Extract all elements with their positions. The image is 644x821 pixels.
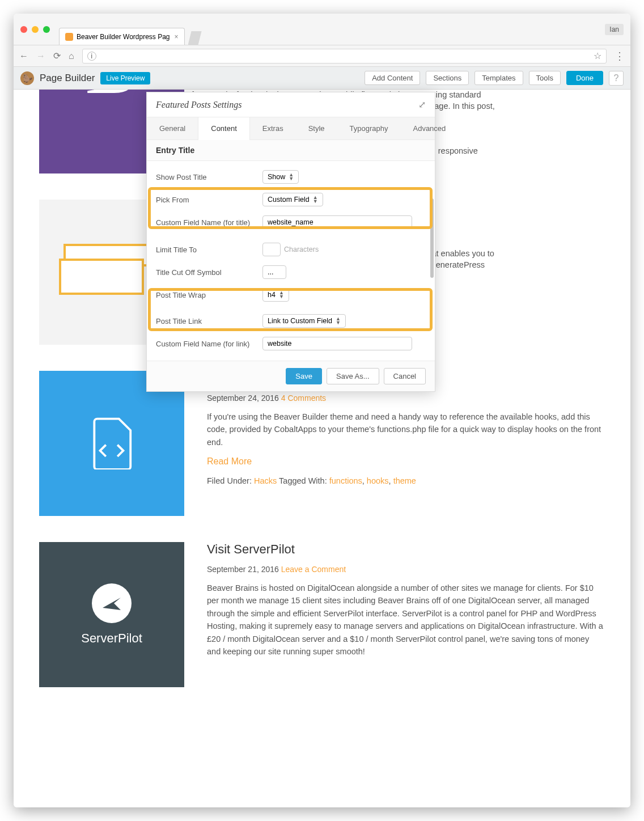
browser-window: Beaver Builder Wordpress Pag × Ian ← → ⟳… <box>14 14 630 807</box>
done-button[interactable]: Done <box>566 71 603 85</box>
serverpilot-logo-text: ServerPilot <box>81 631 142 646</box>
custom-field-link-input[interactable] <box>262 337 412 350</box>
limit-title-input[interactable] <box>262 243 281 256</box>
chevrons-icon: ▲▼ <box>289 173 294 181</box>
kebab-menu-icon[interactable]: ⋮ <box>615 50 625 62</box>
read-more-link[interactable]: Read More <box>207 456 252 466</box>
chevrons-icon: ▲▼ <box>313 196 318 204</box>
tag-link[interactable]: hooks <box>367 476 389 485</box>
help-icon[interactable]: ? <box>609 71 624 86</box>
post-meta: September 21, 2016 Leave a Comment <box>207 565 605 574</box>
profile-badge[interactable]: Ian <box>605 24 624 35</box>
setting-label: Custom Field Name (for link) <box>156 340 262 348</box>
window-close-icon[interactable] <box>20 26 27 33</box>
chrome-tab-strip: Beaver Builder Wordpress Pag × Ian <box>14 14 630 45</box>
traffic-lights <box>20 26 50 33</box>
cancel-button[interactable]: Cancel <box>384 368 426 384</box>
window-minimize-icon[interactable] <box>32 26 39 33</box>
tab-typography[interactable]: Typography <box>337 117 401 139</box>
home-icon[interactable]: ⌂ <box>69 51 74 61</box>
custom-field-title-input[interactable] <box>262 215 412 229</box>
setting-label: Post Title Link <box>156 317 262 325</box>
post-date: September 24, 2016 <box>207 393 279 403</box>
setting-label: Pick From <box>156 196 262 204</box>
chevrons-icon: ▲▼ <box>336 317 341 325</box>
post-meta: September 24, 2016 4 Comments <box>207 393 605 403</box>
hint-text: Characters <box>284 246 319 253</box>
sections-button[interactable]: Sections <box>426 71 469 85</box>
add-content-button[interactable]: Add Content <box>365 71 420 85</box>
site-info-icon[interactable]: i <box>87 52 96 61</box>
modal-tabs: General Content Extras Style Typography … <box>147 117 435 140</box>
app-toolbar: 🦫 Page Builder Live Preview Add Content … <box>14 67 630 90</box>
window-zoom-icon[interactable] <box>43 26 50 33</box>
reload-icon[interactable]: ⟳ <box>53 50 61 61</box>
post-thumbnail: ServerPilot <box>39 542 184 687</box>
app-title: Page Builder <box>40 73 95 84</box>
pick-from-select[interactable]: Custom Field▲▼ <box>262 193 323 206</box>
tag-link[interactable]: responsive <box>438 146 478 155</box>
templates-button[interactable]: Templates <box>474 71 523 85</box>
post-taxonomy: Filed Under: Hacks Tagged With: function… <box>207 475 605 487</box>
title-wrap-select[interactable]: h4▲▼ <box>262 288 289 302</box>
bookmark-star-icon[interactable]: ☆ <box>594 50 601 61</box>
setting-label: Title Cut Off Symbol <box>156 268 262 277</box>
new-tab-icon[interactable] <box>188 31 202 45</box>
serverpilot-logo-icon <box>92 583 132 623</box>
modal-header: Featured Posts Settings ⤢ <box>147 92 435 117</box>
category-link[interactable]: Hacks <box>254 476 277 485</box>
tab-general[interactable]: General <box>147 117 198 139</box>
post-date: September 21, 2016 <box>207 565 279 574</box>
tag-link[interactable]: functions <box>329 476 362 485</box>
section-heading: Entry Title <box>147 140 435 161</box>
comments-link[interactable]: 4 Comments <box>281 393 326 403</box>
modal-title: Featured Posts Settings <box>156 100 242 110</box>
post-excerpt: Beaver Brains is hosted on DigitalOcean … <box>207 582 605 658</box>
setting-label: Limit Title To <box>156 246 262 254</box>
setting-label: Custom Field Name (for title) <box>156 218 262 227</box>
scrollbar[interactable] <box>430 198 434 278</box>
tag-link[interactable]: theme <box>393 476 416 485</box>
address-bar[interactable]: i ☆ <box>82 49 607 64</box>
post-title[interactable]: Visit ServerPilot <box>207 542 605 557</box>
tools-button[interactable]: Tools <box>529 71 561 85</box>
tab-close-icon[interactable]: × <box>175 33 179 41</box>
favicon-icon <box>65 33 73 41</box>
forward-icon: → <box>36 51 45 61</box>
save-button[interactable]: Save <box>286 368 322 384</box>
chevrons-icon: ▲▼ <box>279 291 284 299</box>
tab-title: Beaver Builder Wordpress Pag <box>77 33 170 41</box>
setting-label: Show Post Title <box>156 173 262 181</box>
post-body: Visit ServerPilot September 21, 2016 Lea… <box>207 542 605 687</box>
setting-label: Post Title Wrap <box>156 291 262 299</box>
post-thumbnail <box>39 371 184 516</box>
chrome-toolbar: ← → ⟳ ⌂ i ☆ ⋮ <box>14 45 630 67</box>
post-body: View on Github September 24, 2016 4 Comm… <box>207 371 605 516</box>
save-as-button[interactable]: Save As... <box>327 368 379 384</box>
settings-modal: Featured Posts Settings ⤢ General Conten… <box>146 92 435 392</box>
expand-icon[interactable]: ⤢ <box>418 99 426 110</box>
live-preview-button[interactable]: Live Preview <box>100 72 150 84</box>
tab-advanced[interactable]: Advanced <box>400 117 458 139</box>
comments-link[interactable]: Leave a Comment <box>281 565 346 574</box>
tab-extras[interactable]: Extras <box>250 117 296 139</box>
post-excerpt: If you're using the Beaver Builder theme… <box>207 410 605 448</box>
show-post-title-select[interactable]: Show▲▼ <box>262 170 299 184</box>
modal-body: Show Post Title Show▲▼ Pick From Custom … <box>147 161 435 361</box>
modal-footer: Save Save As... Cancel <box>147 361 435 391</box>
cutoff-symbol-input[interactable] <box>262 265 286 279</box>
tab-content[interactable]: Content <box>198 117 250 140</box>
title-link-select[interactable]: Link to Custom Field▲▼ <box>262 314 346 328</box>
browser-tab[interactable]: Beaver Builder Wordpress Pag × <box>59 28 185 45</box>
tab-style[interactable]: Style <box>296 117 337 139</box>
back-icon[interactable]: ← <box>19 51 28 61</box>
beaver-logo-icon: 🦫 <box>20 71 34 85</box>
code-file-icon <box>90 417 134 469</box>
